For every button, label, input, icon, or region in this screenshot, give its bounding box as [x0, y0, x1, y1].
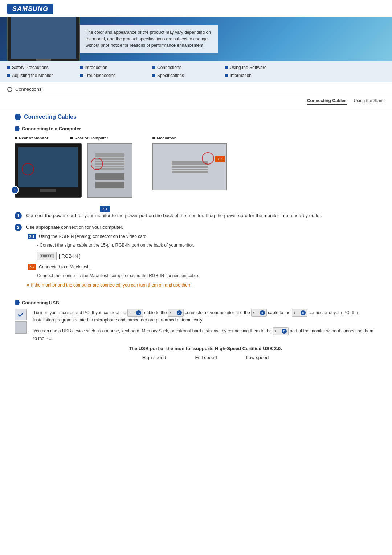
step-2-num: 2 [15, 224, 22, 231]
nav-bullet [80, 74, 83, 77]
nav-connections[interactable]: Connections [152, 64, 225, 71]
svg-rect-5 [50, 255, 51, 257]
usb-symbol-a2: ⟵A [168, 309, 184, 317]
nav-specifications[interactable]: Specifications [152, 72, 225, 79]
usb-symbol-b2: ⟵B [292, 309, 307, 317]
usb-para-1: Turn on your monitor and PC. If you conn… [33, 309, 377, 324]
svg-rect-2 [43, 255, 45, 257]
nav-row-2: Adjusting the Monitor Troubleshooting Sp… [7, 72, 385, 80]
mac-slot-2 [172, 163, 208, 165]
nav-label: Introduction [85, 65, 107, 70]
computer-body [87, 143, 132, 198]
computer-drive-2 [95, 182, 124, 188]
nav-safety-precautions[interactable]: Safety Precautions [7, 64, 80, 71]
usb-content-row: Turn on your monitor and PC. If you conn… [15, 309, 377, 361]
nav-label: Safety Precautions [12, 65, 49, 70]
badge-21: 2-1 [28, 234, 36, 239]
step-2: 2 Use appropriate connection for your co… [15, 224, 377, 291]
sub-section-title-text: Connecting to a Computer [22, 126, 81, 131]
monitor-graphic: 1 [15, 143, 83, 205]
nav-row-1: Safety Precautions Introduction Connecti… [7, 64, 385, 72]
mac-graphic: 2-2 [152, 143, 229, 194]
nav-bullet [7, 66, 10, 69]
badge-21-diagram: 2-1 [100, 206, 110, 212]
usb-section: Connecting USB Turn on your monitor and … [15, 300, 377, 361]
usb-title-row: Connecting USB [15, 300, 377, 305]
nav-adjusting[interactable]: Adjusting the Monitor [7, 72, 80, 79]
sub-section-icon [15, 126, 20, 131]
usb-symbol-b1: ⟵B [251, 309, 267, 317]
nav-label: Information [230, 73, 252, 78]
nav-software[interactable]: Using the Software [225, 64, 298, 71]
rear-computer-dot [70, 137, 73, 139]
mac-dot [152, 137, 155, 139]
monitor-base [40, 189, 56, 192]
breadcrumb-text: Connections [15, 86, 41, 92]
usb-para2-pre: You can use a USB device such as a mouse… [33, 328, 272, 333]
speed-high: High speed [142, 355, 166, 360]
usb-para1-pre: Turn on your monitor and PC. If you conn… [33, 310, 126, 315]
mac-slot-3 [172, 166, 208, 168]
header: SAMSUNG [0, 0, 392, 17]
slot-1 [95, 153, 124, 155]
sub-step-22-row: 2-2 Connected to a Macintosh. [28, 264, 377, 270]
rgb-in-label: [ RGB-IN ] [59, 252, 81, 260]
nav-label: Specifications [157, 73, 184, 78]
rear-monitor-text: Rear of Monitor [19, 136, 48, 140]
speed-row: High speed Full speed Low speed [33, 355, 377, 360]
rear-computer-text: Rear of Computer [74, 136, 108, 140]
warning-text: ✕ If the monitor and the computer are co… [26, 282, 377, 288]
nav-label: Connections [157, 65, 181, 70]
tab-using-stand[interactable]: Using the Stand [354, 98, 385, 105]
nav-troubleshooting[interactable]: Troubleshooting [80, 72, 152, 79]
mac-slot-4 [172, 169, 208, 170]
nav-information[interactable]: Information [225, 72, 298, 79]
step-1-num: 1 [15, 212, 22, 219]
slot-2 [95, 155, 124, 157]
diagram-container: Rear of Monitor Rear of Computer [15, 136, 377, 205]
section-icon [15, 114, 21, 120]
banner: The color and appearance of the product … [0, 17, 392, 61]
usb-para-2: You can use a USB device such as a mouse… [33, 327, 377, 342]
step-1: 1 Connect the power cord for your monito… [15, 212, 377, 219]
banner-text: The color and appearance of the product … [80, 25, 218, 53]
computer-drive [95, 173, 124, 180]
sub-step-21-row: 2-1 Using the RGB-IN (Analog) connector … [28, 233, 377, 240]
svg-rect-4 [48, 255, 49, 257]
mac-label-text: Macintosh [157, 136, 176, 140]
nav-bullet [152, 74, 155, 77]
speed-full: Full speed [195, 355, 217, 360]
usb-check-icon [15, 309, 27, 320]
usb-para1-end: cable to the [268, 310, 291, 315]
mac-group: Macintosh 2-2 [152, 136, 229, 194]
usb-para1-mid2: connector of your monitor and the [185, 310, 251, 315]
badge-1: 1 [11, 186, 19, 194]
nav-bullet [80, 66, 83, 69]
sub-step-22-text: Connected to a Macintosh. [39, 264, 91, 270]
sub-step-21-indent: - Connect the signal cable to the 15-pin… [37, 242, 377, 248]
connector-highlight-right [91, 158, 103, 170]
rgb-in-icon [37, 252, 57, 260]
mac-label-row: Macintosh [152, 136, 229, 140]
tab-connecting-cables[interactable]: Connecting Cables [307, 98, 347, 105]
usb-device-icons [15, 309, 27, 361]
usb-symbol-b3: ⟵B [273, 327, 289, 335]
banner-monitor-image [7, 17, 80, 61]
rear-monitor-dot [15, 137, 17, 139]
svg-rect-1 [41, 255, 42, 257]
section-title-text: Connecting Cables [24, 114, 77, 120]
rear-computer-label: Rear of Computer [70, 136, 108, 140]
nav-label: Using the Software [230, 65, 266, 70]
tab-area: Connecting Cables Using the Stand [0, 95, 392, 108]
usb-section-icon [15, 300, 20, 305]
nav-bullet [225, 66, 228, 69]
monitor-computer-row: 1 [15, 143, 134, 205]
usb-para1-mid: cable to the [144, 310, 167, 315]
svg-rect-3 [45, 255, 47, 257]
computer-graphic: 2-1 [87, 143, 134, 205]
nav-bar: Safety Precautions Introduction Connecti… [0, 61, 392, 82]
badge-22-diagram: 2-2 [215, 156, 225, 162]
step-2-content: Use appropriate connection for your comp… [26, 224, 377, 291]
nav-introduction[interactable]: Introduction [80, 64, 152, 71]
main-content: Connecting Cables Connecting to a Comput… [0, 108, 392, 366]
